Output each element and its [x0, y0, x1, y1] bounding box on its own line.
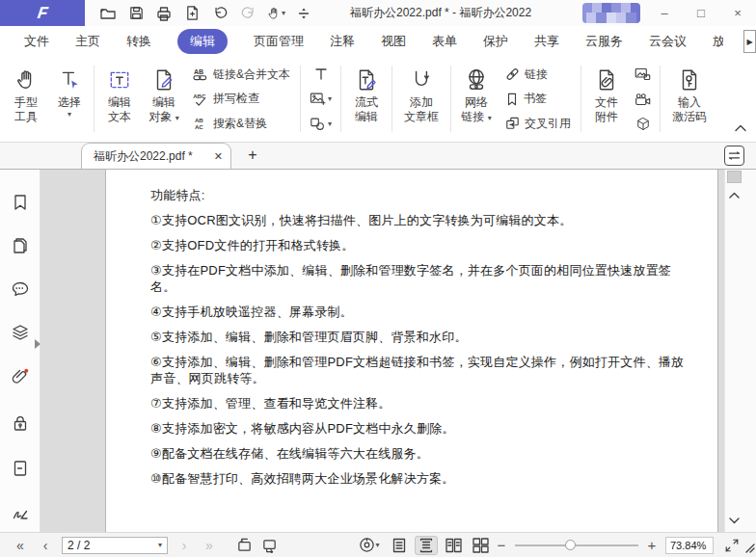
zoom-in-icon[interactable]: +	[646, 537, 658, 553]
menu-form[interactable]: 表单	[432, 33, 457, 50]
minimize-icon[interactable]: –	[646, 0, 683, 26]
page-thumbnails-icon[interactable]	[11, 236, 30, 255]
menu-protect[interactable]: 保护	[483, 33, 508, 50]
menu-edit-active[interactable]: 编辑	[177, 29, 228, 54]
add-shape-button[interactable]: ▾	[306, 113, 336, 134]
menu-bar: 文件 主页 转换 编辑 页面管理 注释 视图 表单 保护 共享 云服务 云会议 …	[0, 26, 756, 56]
redo-icon[interactable]	[238, 4, 257, 23]
edit-ribbon-toolbar: 手型 工具 选择 ▾ 编辑 文本 编辑 对象 ▾ AB 链接&合并文本	[0, 56, 756, 143]
document-tab[interactable]: 福昕办公2022.pdf * ✕	[81, 143, 231, 169]
cross-reference-button[interactable]: 交叉引用	[500, 113, 576, 134]
document-tab-bar: 福昕办公2022.pdf * ✕ +	[0, 143, 756, 170]
web-link-button[interactable]: 网络 链接 ▾	[454, 58, 499, 140]
attachments-panel-icon[interactable]	[11, 367, 30, 386]
facing-continuous-layout-icon[interactable]	[469, 536, 492, 555]
caret-down-icon: ▾	[488, 114, 492, 122]
new-tab-button[interactable]: +	[243, 146, 262, 165]
collapse-toolbar-icon[interactable]	[735, 119, 746, 136]
toolbar-separator	[450, 66, 451, 132]
link-button[interactable]: 链接	[500, 64, 576, 85]
add-article-box-button[interactable]: 添加 文章框	[395, 58, 447, 140]
vertical-scrollbar[interactable]	[724, 170, 756, 532]
menu-page-management[interactable]: 页面管理	[254, 33, 304, 50]
add-content-icon-column: ▾ ▾	[304, 58, 338, 140]
account-blurred-area[interactable]	[582, 3, 640, 23]
add-image-button[interactable]: ▾	[306, 89, 336, 110]
scroll-up-icon[interactable]	[728, 186, 741, 203]
zoom-out-icon[interactable]: −	[496, 537, 507, 553]
document-line: ⑤支持添加、编辑、删除和管理页眉页脚、背景和水印。	[150, 329, 694, 345]
activation-code-button[interactable]: 输入 激活码	[663, 58, 716, 140]
zoom-slider-handle[interactable]	[565, 540, 576, 550]
menu-home[interactable]: 主页	[75, 33, 100, 50]
menu-cloud-meeting[interactable]: 云会议	[649, 33, 687, 50]
comments-panel-icon[interactable]	[11, 279, 30, 299]
media-icon-column	[629, 58, 657, 140]
menu-comment[interactable]: 注释	[330, 33, 355, 50]
add-text-button[interactable]	[306, 64, 336, 85]
layers-panel-icon[interactable]	[11, 323, 30, 342]
continuous-layout-icon[interactable]	[415, 536, 438, 555]
last-page-icon[interactable]: »	[197, 538, 222, 553]
next-page-icon[interactable]: ›	[172, 538, 197, 553]
signatures-panel-icon[interactable]	[11, 503, 30, 522]
print-icon[interactable]	[154, 4, 174, 23]
insert-page-icon[interactable]	[182, 4, 202, 23]
open-file-icon[interactable]	[98, 4, 118, 23]
menu-overflow-partial[interactable]: 放	[713, 33, 723, 50]
search-replace-button[interactable]: ABAC 搜索&替换	[188, 113, 295, 134]
customize-toolbar-icon[interactable]	[294, 4, 313, 23]
first-page-icon[interactable]: «	[8, 538, 33, 553]
close-icon[interactable]: ×	[719, 0, 756, 26]
view-mode-icon[interactable]: ▾	[357, 537, 382, 553]
menu-share[interactable]: 共享	[534, 33, 559, 50]
document-view[interactable]: 功能特点: ①支持OCR图文识别，快速将扫描件、图片上的文字转换为可编辑的文本。…	[40, 170, 724, 532]
add-image-icon	[310, 92, 326, 106]
foxit-logo[interactable]: F	[0, 0, 85, 26]
hand-tool-button[interactable]: 手型 工具	[4, 58, 48, 140]
page-number-input[interactable]: 2 / 2 ▾	[62, 537, 168, 554]
zoom-value: 73.84%	[670, 540, 706, 551]
resize-grip[interactable]	[742, 540, 755, 556]
edit-object-icon	[151, 65, 176, 95]
video-button[interactable]	[631, 89, 655, 110]
flow-edit-button[interactable]: 流式 编辑	[344, 58, 389, 140]
hand-pointer-icon[interactable]: ▾	[266, 4, 285, 23]
pdf-page[interactable]: 功能特点: ①支持OCR图文识别，快速将扫描件、图片上的文字转换为可编辑的文本。…	[105, 170, 718, 532]
spell-check-button[interactable]: ABC 拼写检查	[188, 89, 295, 110]
link-icon	[505, 67, 520, 81]
select-tool-button[interactable]: 选择 ▾	[48, 58, 91, 140]
maximize-icon[interactable]: □	[683, 0, 719, 26]
facing-layout-icon[interactable]	[442, 536, 465, 555]
bookmarks-panel-icon[interactable]	[11, 193, 30, 212]
bookmark-button[interactable]: 书签	[500, 89, 576, 110]
menu-convert[interactable]: 转换	[126, 33, 151, 50]
scrollbar-thumb[interactable]	[727, 171, 742, 183]
reading-panel-toggle-icon[interactable]	[724, 146, 744, 166]
image-annotation-button[interactable]	[631, 64, 655, 85]
caret-down-icon: ▾	[375, 541, 379, 549]
next-view-icon[interactable]	[256, 538, 282, 553]
save-icon[interactable]	[126, 4, 146, 23]
prev-page-icon[interactable]: ‹	[33, 538, 58, 553]
edit-object-button[interactable]: 编辑 对象 ▾	[142, 58, 186, 140]
file-attachment-button[interactable]: 文件 附件	[584, 58, 629, 140]
3d-model-button[interactable]	[631, 113, 655, 134]
link-merge-text-button[interactable]: AB 链接&合并文本	[188, 64, 295, 85]
tab-close-icon[interactable]: ✕	[214, 150, 223, 163]
menu-file[interactable]: 文件	[24, 33, 49, 50]
scroll-down-icon[interactable]	[728, 511, 741, 528]
zoom-slider-track[interactable]	[515, 544, 638, 546]
zoom-value-input[interactable]: 73.84%	[665, 537, 714, 554]
edit-text-button[interactable]: 编辑 文本	[97, 58, 142, 140]
menu-cloud-service[interactable]: 云服务	[585, 33, 623, 50]
single-page-layout-icon[interactable]	[388, 536, 411, 555]
undo-icon[interactable]	[210, 4, 230, 23]
destinations-panel-icon[interactable]	[11, 459, 30, 478]
document-line: 功能特点:	[150, 187, 694, 203]
security-panel-icon[interactable]	[11, 413, 30, 433]
menu-scroll-right-icon[interactable]: ▶	[743, 30, 756, 53]
menu-view[interactable]: 视图	[381, 33, 406, 50]
previous-view-icon[interactable]	[231, 538, 256, 553]
app-window: F ▾ 福昕办公2022.pdf * - 福昕办公2022 – □	[0, 0, 756, 557]
